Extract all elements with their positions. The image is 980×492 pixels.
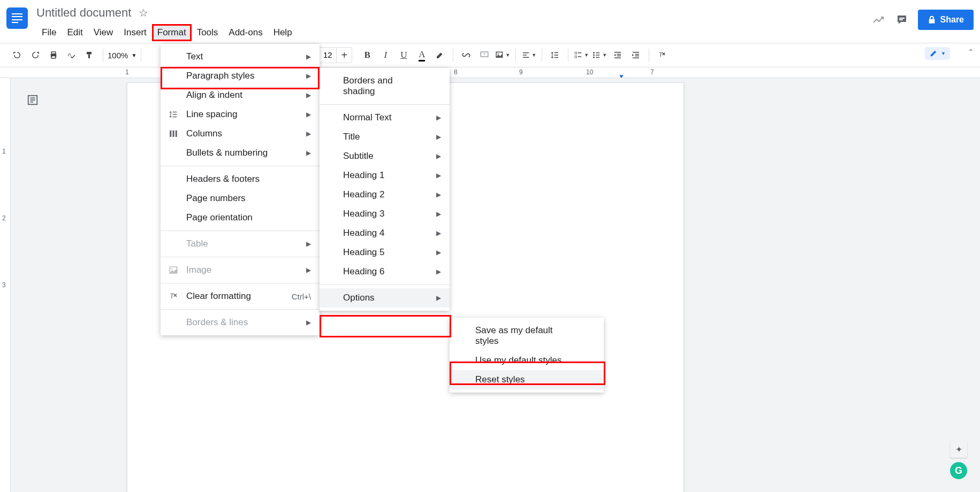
menu-item-text[interactable]: Text▶ <box>161 47 320 66</box>
ruler-right-indent-marker[interactable]: ▼ <box>618 73 625 78</box>
columns-icon <box>161 129 186 139</box>
menu-item-title[interactable]: Title▶ <box>320 127 450 147</box>
menu-item-normal-text[interactable]: Normal Text▶ <box>320 108 450 127</box>
insert-link-button[interactable] <box>459 48 474 63</box>
document-outline-button[interactable] <box>27 94 39 106</box>
highlight-button[interactable] <box>432 48 447 63</box>
header-right: Share <box>871 10 974 30</box>
menu-item-label: Table <box>186 239 320 249</box>
star-icon[interactable]: ☆ <box>139 6 148 19</box>
italic-button[interactable]: I <box>378 48 393 63</box>
menu-item-paragraph-styles[interactable]: Paragraph styles▶ <box>161 66 320 86</box>
collapse-toolbar-button[interactable]: ˆ <box>969 48 973 59</box>
submenu-arrow-icon: ▶ <box>436 294 441 302</box>
menu-item-headers-footers[interactable]: Headers & footers <box>161 170 320 189</box>
menu-item-align-indent[interactable]: Align & indent▶ <box>161 86 320 105</box>
submenu-arrow-icon: ▶ <box>436 210 441 218</box>
print-button[interactable] <box>46 48 61 63</box>
svg-rect-46 <box>170 130 171 137</box>
submenu-arrow-icon: ▶ <box>436 133 441 141</box>
menu-help[interactable]: Help <box>268 24 298 41</box>
underline-button[interactable]: U <box>396 48 411 63</box>
menu-separator <box>161 230 320 231</box>
insert-comment-button[interactable]: + <box>477 48 492 63</box>
menu-item-heading-2[interactable]: Heading 2▶ <box>320 185 450 204</box>
undo-button[interactable] <box>10 48 25 63</box>
activity-icon[interactable] <box>871 12 886 27</box>
menu-view[interactable]: View <box>88 24 119 41</box>
increase-indent-button[interactable] <box>628 48 643 63</box>
menu-format[interactable]: Format <box>152 24 192 41</box>
menu-item-label: Heading 1 <box>343 170 450 181</box>
docs-logo[interactable] <box>6 7 28 29</box>
align-button[interactable]: ▼ <box>521 48 536 63</box>
font-size-value[interactable]: 12 <box>318 48 337 63</box>
toolbar-history-group: A <box>5 43 102 67</box>
share-button[interactable]: Share <box>918 10 974 30</box>
svg-rect-48 <box>176 130 177 137</box>
svg-rect-47 <box>173 130 174 137</box>
explore-button[interactable]: ✦ <box>950 441 967 458</box>
menu-item-label: Subtitle <box>343 151 450 162</box>
zoom-dropdown[interactable]: 100% ▼ <box>104 51 140 60</box>
menu-tools[interactable]: Tools <box>192 24 224 41</box>
horizontal-ruler[interactable]: 1 8 9 10 7 ▼ <box>0 67 980 78</box>
menu-item-heading-6[interactable]: Heading 6▶ <box>320 262 450 281</box>
format-menu: Text▶Paragraph styles▶Align & indent▶Lin… <box>161 44 320 335</box>
grammarly-icon[interactable]: G <box>950 462 967 479</box>
insert-image-button[interactable]: ▼ <box>495 48 510 63</box>
menu-file[interactable]: File <box>36 24 62 41</box>
submenu-arrow-icon: ▶ <box>306 91 311 99</box>
submenu-arrow-icon: ▶ <box>306 130 311 137</box>
menu-item-use-my-default-styles[interactable]: Use my default styles <box>450 351 604 370</box>
submenu-arrow-icon: ▶ <box>436 268 441 275</box>
menu-item-reset-styles[interactable]: Reset styles <box>450 370 604 389</box>
menu-item-page-numbers[interactable]: Page numbers <box>161 189 320 208</box>
svg-point-22 <box>593 52 595 53</box>
vertical-ruler[interactable]: 1 2 3 <box>0 78 11 492</box>
menu-add-ons[interactable]: Add-ons <box>223 24 268 41</box>
menu-item-page-orientation[interactable]: Page orientation <box>161 208 320 227</box>
bulleted-list-button[interactable]: ▼ <box>592 48 607 63</box>
document-title[interactable]: Untitled document <box>36 6 131 20</box>
menu-item-heading-5[interactable]: Heading 5▶ <box>320 243 450 262</box>
menu-item-borders-and-shading[interactable]: Borders and shading <box>320 71 450 101</box>
editing-mode-button[interactable]: ▼ <box>925 47 950 60</box>
redo-button[interactable] <box>28 48 43 63</box>
paint-format-button[interactable] <box>82 48 97 63</box>
menu-item-label: Heading 6 <box>343 266 450 277</box>
menu-item-label: Options <box>343 293 450 303</box>
menu-item-save-as-my-default-styles[interactable]: Save as my default styles <box>450 321 604 351</box>
spellcheck-button[interactable]: A <box>64 48 79 63</box>
menu-item-line-spacing[interactable]: Line spacing▶ <box>161 105 320 124</box>
menu-item-bullets-numbering[interactable]: Bullets & numbering▶ <box>161 143 320 163</box>
submenu-arrow-icon: ▶ <box>306 149 311 157</box>
text-color-button[interactable]: A <box>414 48 429 63</box>
svg-rect-20 <box>575 56 577 58</box>
menu-edit[interactable]: Edit <box>62 24 88 41</box>
pencil-icon <box>929 49 938 58</box>
menu-item-clear-formatting[interactable]: TClear formattingCtrl+\ <box>161 287 320 306</box>
menu-item-heading-4[interactable]: Heading 4▶ <box>320 224 450 243</box>
submenu-arrow-icon: ▶ <box>306 266 311 274</box>
ruler-tick: 3 <box>2 281 6 289</box>
menu-insert[interactable]: Insert <box>118 24 152 41</box>
menu-item-label: Save as my default styles <box>475 325 604 347</box>
ruler-tick: 7 <box>650 68 654 76</box>
bold-button[interactable]: B <box>360 48 375 63</box>
menu-item-label: Line spacing <box>186 109 320 120</box>
menu-item-options[interactable]: Options▶ <box>320 288 450 308</box>
checklist-button[interactable]: ▼ <box>574 48 589 63</box>
menu-item-label: Normal Text <box>343 112 450 123</box>
clear-formatting-button[interactable]: T <box>655 48 670 63</box>
line-spacing-button[interactable] <box>548 48 563 63</box>
menu-item-columns[interactable]: Columns▶ <box>161 124 320 143</box>
decrease-indent-button[interactable] <box>610 48 625 63</box>
font-size-increase[interactable]: + <box>337 48 352 63</box>
menu-separator <box>161 257 320 257</box>
menu-item-subtitle[interactable]: Subtitle▶ <box>320 147 450 166</box>
comments-icon[interactable] <box>894 12 909 27</box>
ruler-tick: 2 <box>2 214 6 222</box>
menu-item-heading-3[interactable]: Heading 3▶ <box>320 204 450 224</box>
menu-item-heading-1[interactable]: Heading 1▶ <box>320 166 450 185</box>
